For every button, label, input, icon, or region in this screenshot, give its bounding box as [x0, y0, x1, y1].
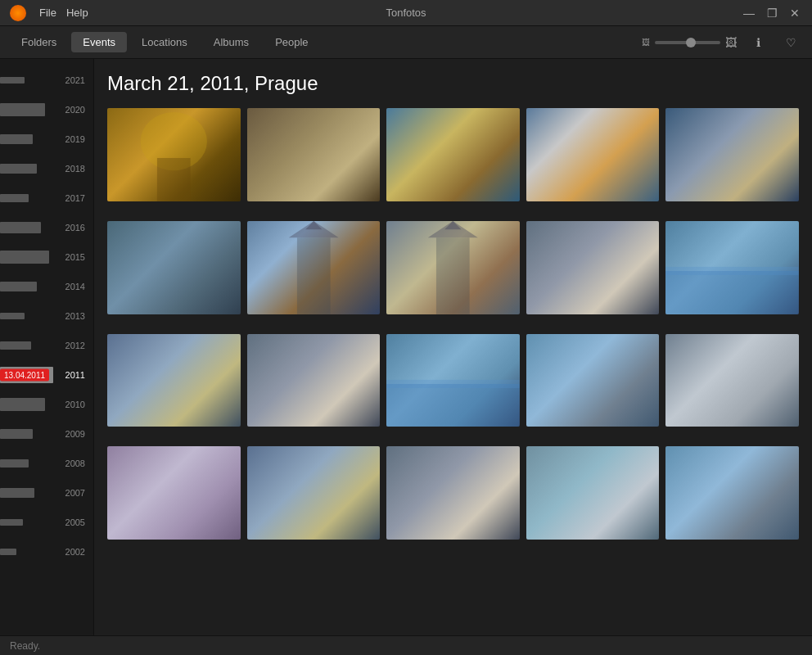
photo-inner-14 — [526, 334, 660, 427]
year-bar-container — [0, 337, 57, 354]
year-bar-container — [0, 131, 57, 147]
timeline-year-2019[interactable]: 2019 — [0, 124, 93, 154]
timeline-year-2018[interactable]: 2018 — [0, 154, 93, 183]
photo-cell-2[interactable] — [247, 108, 381, 201]
photo-cell-4[interactable] — [526, 108, 660, 201]
year-bar — [0, 398, 45, 410]
year-bar — [0, 488, 34, 498]
year-bar — [0, 549, 16, 555]
photo-cell-15[interactable] — [665, 334, 799, 427]
photo-inner-9 — [526, 221, 660, 314]
photo-cell-6[interactable] — [107, 221, 241, 314]
timeline-year-2002[interactable]: 2002 — [0, 537, 93, 567]
svg-rect-1 — [157, 158, 191, 201]
zoom-control: 🖼 🖼 — [642, 36, 737, 49]
photo-cell-17[interactable] — [247, 446, 381, 540]
zoom-large-icon: 🖼 — [725, 36, 737, 49]
tab-albums[interactable]: Albums — [202, 32, 260, 52]
year-label: 2009 — [57, 429, 88, 439]
photo-grid-row-2 — [107, 334, 799, 427]
year-bar — [0, 459, 29, 468]
timeline-year-2014[interactable]: 2014 — [0, 272, 93, 301]
photo-grid-row-3 — [107, 446, 799, 540]
year-bar-container — [0, 102, 57, 118]
year-bar-container — [0, 485, 57, 501]
year-bar — [0, 103, 45, 115]
timeline-year-2015[interactable]: 2015 — [0, 242, 93, 272]
year-bar — [0, 251, 49, 264]
zoom-small-icon: 🖼 — [642, 38, 650, 47]
timeline-year-2009[interactable]: 2009 — [0, 419, 93, 449]
timeline-year-2005[interactable]: 2005 — [0, 508, 93, 537]
menu-items: File Help — [39, 7, 88, 19]
year-bar-container — [0, 278, 57, 295]
maximize-button[interactable]: ❐ — [765, 6, 779, 20]
photo-cell-14[interactable] — [526, 334, 660, 427]
photo-area[interactable]: March 21, 2011, Prague — [94, 59, 812, 635]
photo-inner-3 — [386, 108, 520, 201]
tab-events[interactable]: Events — [71, 32, 127, 52]
timeline-year-2017[interactable]: 2017 — [0, 183, 93, 213]
tab-people[interactable]: People — [264, 32, 319, 52]
year-label: 2021 — [57, 75, 88, 85]
zoom-slider-thumb[interactable] — [686, 38, 696, 47]
timeline-year-2007[interactable]: 2007 — [0, 478, 93, 508]
photo-cell-7[interactable] — [247, 221, 381, 314]
year-bar-container — [0, 426, 57, 442]
photo-inner-5 — [665, 108, 799, 201]
svg-rect-10 — [665, 267, 799, 275]
photo-grid-row-0 — [107, 108, 799, 201]
year-bar — [0, 194, 29, 202]
year-label: 2013 — [57, 311, 88, 321]
year-label: 2014 — [57, 282, 88, 291]
year-bar-container — [0, 160, 57, 177]
year-label: 2002 — [57, 547, 88, 557]
timeline-year-2020[interactable]: 2020 — [0, 95, 93, 124]
menu-file[interactable]: File — [39, 7, 56, 19]
year-bar-container — [0, 308, 57, 324]
year-bar-container — [0, 190, 57, 206]
year-label: 2019 — [57, 134, 88, 144]
timeline-year-2016[interactable]: 2016 — [0, 213, 93, 242]
year-bar-container — [0, 249, 57, 265]
year-label: 2010 — [57, 400, 88, 409]
favorites-button[interactable]: ♡ — [779, 31, 802, 54]
photo-cell-3[interactable] — [386, 108, 520, 201]
timeline-sidebar: 2021202020192018201720162015201420132012… — [0, 59, 94, 635]
year-bar — [0, 134, 33, 143]
photo-cell-9[interactable] — [526, 221, 660, 314]
photo-cell-11[interactable] — [107, 334, 241, 427]
close-button[interactable]: ✕ — [787, 6, 802, 20]
info-button[interactable]: ℹ — [747, 31, 769, 54]
photo-cell-19[interactable] — [526, 446, 660, 540]
photo-cell-18[interactable] — [386, 446, 520, 540]
minimize-button[interactable]: — — [742, 6, 756, 20]
photo-cell-8[interactable] — [386, 221, 520, 314]
photo-cell-12[interactable] — [247, 334, 381, 427]
svg-rect-9 — [665, 271, 799, 314]
year-label: 2008 — [57, 458, 88, 468]
tab-locations[interactable]: Locations — [130, 32, 199, 52]
photo-cell-13[interactable] — [386, 334, 520, 427]
photo-cell-10[interactable] — [665, 221, 799, 314]
window-controls: — ❐ ✕ — [742, 6, 802, 20]
photo-cell-16[interactable] — [107, 446, 241, 540]
photo-cell-1[interactable] — [107, 108, 241, 201]
photo-cell-5[interactable] — [665, 108, 799, 201]
status-text: Ready. — [10, 640, 40, 652]
timeline-year-2010[interactable]: 2010 — [0, 390, 93, 419]
photo-inner-8 — [386, 221, 520, 314]
timeline-year-2012[interactable]: 2012 — [0, 331, 93, 360]
year-bar — [0, 341, 31, 350]
timeline-year-2011[interactable]: 13.04.20112011 — [0, 360, 93, 390]
timeline-year-2008[interactable]: 2008 — [0, 449, 93, 478]
year-bar-container — [0, 455, 57, 472]
timeline-year-2013[interactable]: 2013 — [0, 301, 93, 331]
year-bar — [0, 164, 37, 174]
photo-cell-20[interactable] — [665, 446, 799, 540]
menu-help[interactable]: Help — [66, 7, 88, 19]
timeline-year-2021[interactable]: 2021 — [0, 66, 93, 95]
tab-folders[interactable]: Folders — [10, 32, 68, 52]
statusbar: Ready. — [0, 635, 812, 655]
zoom-slider[interactable] — [655, 41, 720, 44]
